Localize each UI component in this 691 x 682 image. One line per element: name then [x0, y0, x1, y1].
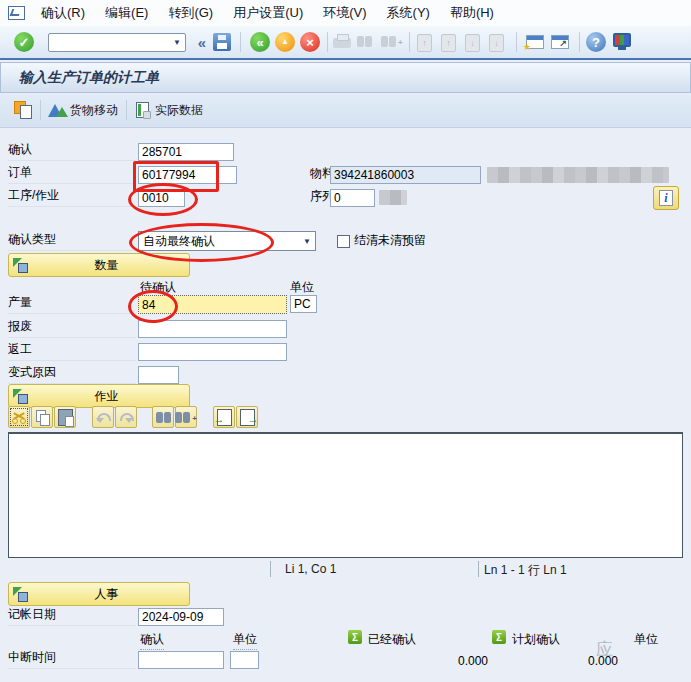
- yield-input[interactable]: [138, 295, 287, 314]
- actual-data-button[interactable]: 实际数据: [155, 102, 203, 119]
- collapse-section-icon: [13, 258, 28, 273]
- customize-layout-icon[interactable]: [613, 33, 631, 47]
- find-button[interactable]: [152, 406, 174, 428]
- confirmed-value: 0.000: [420, 654, 488, 668]
- help-icon[interactable]: ?: [586, 32, 606, 52]
- posting-date-label: 记帐日期: [8, 608, 136, 626]
- other-confirmation-icon[interactable]: [14, 101, 32, 119]
- undo-button: [92, 406, 114, 428]
- rework-input[interactable]: [138, 343, 287, 361]
- confirm-type-dropdown[interactable]: 自动最终确认 ▼: [138, 231, 316, 251]
- confirm-type-value: 自动最终确认: [143, 233, 215, 250]
- cut-button[interactable]: [8, 406, 30, 428]
- system-menu-icon[interactable]: [8, 6, 25, 20]
- sequence-input[interactable]: [330, 189, 375, 207]
- standard-toolbar: ✓ ▼ « « ▲ × + ↑ ↑ ↓ ↓ ★ ↗ ?: [0, 26, 691, 60]
- find-icon: [357, 36, 372, 47]
- print-icon: [333, 38, 351, 48]
- menu-confirm[interactable]: 确认(R): [31, 0, 95, 26]
- posting-date-input[interactable]: [138, 608, 224, 626]
- import-text-button[interactable]: →: [213, 406, 235, 428]
- quantities-section-button[interactable]: 数量: [8, 253, 190, 277]
- unit-column-header: 单位: [233, 631, 257, 650]
- scrap-input[interactable]: [138, 320, 287, 338]
- previous-page-icon: ↑: [441, 34, 456, 52]
- confirmation-input[interactable]: [138, 143, 234, 161]
- next-page-icon: ↓: [465, 34, 480, 52]
- create-shortcut-icon[interactable]: ↗: [551, 35, 569, 49]
- find-next-icon: +: [381, 36, 403, 47]
- actual-data-icon: [136, 102, 149, 118]
- undo-icon: [96, 411, 110, 423]
- menu-user-settings[interactable]: 用户设置(U): [223, 0, 313, 26]
- paste-icon: [58, 409, 73, 426]
- planned-value: 0.000: [550, 654, 618, 668]
- export-text-button[interactable]: →: [236, 406, 258, 428]
- order-input[interactable]: [138, 166, 237, 184]
- operation-label: 工序/作业: [8, 189, 136, 207]
- operation-input[interactable]: [138, 189, 185, 207]
- copy-icon: [35, 410, 50, 425]
- editor-line-info: Ln 1 - 1 行 Ln 1: [484, 562, 567, 579]
- new-session-icon[interactable]: ★: [526, 35, 544, 49]
- goods-movement-icon: [48, 102, 68, 117]
- chevron-down-icon[interactable]: ▼: [173, 38, 181, 47]
- back-icon[interactable]: «: [250, 32, 270, 52]
- variance-reason-label: 变式原因: [8, 366, 136, 384]
- application-toolbar: 货物移动 实际数据: [0, 93, 691, 128]
- interruption-unit-input[interactable]: [230, 651, 259, 669]
- import-icon: →: [217, 409, 232, 426]
- long-text-editor[interactable]: [8, 432, 683, 558]
- personnel-section-button[interactable]: 人事: [8, 582, 190, 606]
- confirm-type-label: 确认类型: [8, 233, 136, 251]
- planned-column-header: 计划确认: [512, 631, 560, 648]
- info-button[interactable]: i: [653, 186, 679, 210]
- enter-icon[interactable]: ✓: [14, 32, 34, 52]
- menu-bar: 确认(R) 编辑(E) 转到(G) 用户设置(U) 环境(V) 系统(Y) 帮助…: [0, 0, 691, 27]
- command-field[interactable]: ▼: [48, 33, 186, 52]
- menu-edit[interactable]: 编辑(E): [95, 0, 158, 26]
- interruption-input[interactable]: [138, 651, 224, 669]
- confirmation-column-header: 确认: [140, 631, 164, 650]
- page-title: 输入生产订单的计工单: [19, 69, 159, 87]
- info-icon: i: [659, 190, 673, 206]
- scrap-label: 报废: [8, 320, 136, 338]
- sequence-extra-redacted: [379, 190, 407, 205]
- exit-icon[interactable]: ▲: [275, 32, 295, 52]
- redo-button: [115, 406, 137, 428]
- goods-movement-button[interactable]: 货物移动: [70, 102, 118, 119]
- copy-button[interactable]: [31, 406, 53, 428]
- clear-open-reservations-checkbox[interactable]: [337, 235, 350, 248]
- confirmation-label: 确认: [8, 143, 136, 161]
- clear-open-reservations-label: 结清未清预留: [354, 233, 426, 251]
- variance-reason-input[interactable]: [138, 366, 179, 384]
- title-bar: 输入生产订单的计工单: [0, 62, 691, 93]
- collapse-section-icon: [13, 389, 28, 404]
- activities-section-button[interactable]: 作业: [8, 384, 190, 408]
- material-input: [330, 166, 481, 184]
- confirmed-column-header: 已经确认: [368, 631, 416, 648]
- menu-goto[interactable]: 转到(G): [158, 0, 223, 26]
- save-icon[interactable]: [213, 33, 231, 51]
- sum-icon: Σ: [492, 630, 506, 644]
- redo-icon: [119, 411, 133, 423]
- find-icon: [156, 412, 171, 423]
- menu-environment[interactable]: 环境(V): [313, 0, 376, 26]
- paste-button[interactable]: [54, 406, 76, 428]
- export-icon: →: [240, 409, 255, 426]
- menu-help[interactable]: 帮助(H): [440, 0, 504, 26]
- find-next-button[interactable]: +: [175, 406, 197, 428]
- yield-unit-input[interactable]: [290, 295, 317, 313]
- find-next-icon: +: [175, 412, 197, 423]
- interruption-label: 中断时间: [8, 651, 136, 669]
- menu-system[interactable]: 系统(Y): [377, 0, 440, 26]
- cut-icon: [11, 410, 27, 424]
- cancel-icon[interactable]: ×: [300, 32, 320, 52]
- first-page-icon: ↑: [417, 34, 432, 52]
- order-label: 订单: [8, 166, 136, 184]
- chevron-down-icon: ▼: [303, 237, 311, 246]
- collapse-section-icon: [13, 587, 28, 602]
- collapse-icon[interactable]: «: [194, 34, 210, 50]
- material-description-redacted: [487, 167, 669, 183]
- sum-icon: Σ: [348, 630, 362, 644]
